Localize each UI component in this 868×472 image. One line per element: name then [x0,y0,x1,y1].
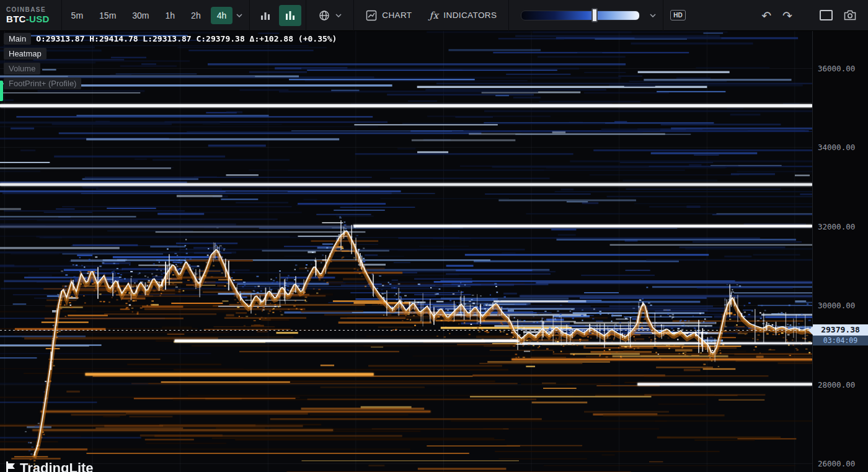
toolbar: COINBASE BTC-USD 5m15m30m1h2h4h CHART ƒx… [0,0,868,31]
toolbar-separator [508,0,509,31]
palette-slider-handle[interactable] [591,8,598,22]
symbol-base: BTC [6,14,26,24]
layer-volume[interactable]: Volume [4,63,40,74]
globe-icon [318,9,330,22]
price-tick: 32000.00 [818,221,855,231]
layer-heatmap[interactable]: Heatmap [4,48,46,60]
heatmap-palette-slider[interactable] [521,11,640,20]
symbol-name: BTC-USD [6,14,50,24]
timeframe-2h[interactable]: 2h [185,7,207,24]
chevron-down-icon [650,14,656,17]
chart-button-label: CHART [382,11,412,20]
chart-button[interactable]: CHART [357,6,420,25]
legend-main-row: Main O:29313.87 H:29414.78 L:29313.87 C:… [4,33,337,45]
last-price-badge: 29379.38 03:04:09 [813,324,868,345]
screenshot-button[interactable] [838,7,862,23]
price-tick: 30000.00 [818,301,855,310]
bar-chart-icon [260,10,271,21]
timeframe-4h[interactable]: 4h [211,7,233,24]
candle-countdown: 03:04:09 [813,336,868,345]
timeframe-group: 5m15m30m1h2h4h [65,7,233,24]
indicators-button-label: INDICATORS [443,11,497,20]
chevron-down-icon [236,14,242,17]
palette-dropdown-button[interactable] [646,10,660,21]
price-scale[interactable]: 36000.0034000.0032000.0030000.0028000.00… [812,31,868,472]
chart-panel-icon [366,10,377,21]
symbol-selector[interactable]: COINBASE BTC-USD [0,4,58,27]
layer-main[interactable]: Main [4,33,31,45]
hd-badge[interactable]: HD [670,10,685,20]
toolbar-separator [353,0,354,31]
camera-icon [844,10,856,20]
undo-button[interactable]: ↶ [756,6,777,25]
toolbar-separator [61,0,62,31]
indicators-button[interactable]: ƒx INDICATORS [421,6,506,25]
toolbar-separator [249,0,250,31]
heatmap-bars-icon [285,10,296,21]
candle-chart-view-button[interactable] [254,5,277,26]
drawing-toolbar-accent[interactable] [0,81,3,101]
price-tick: 26000.00 [818,458,855,468]
timeframe-15m[interactable]: 15m [93,7,122,24]
legend-layers: HeatmapVolumeFootPrint+ (Profile) [4,48,337,89]
last-price-value: 29379.38 [813,324,868,336]
heatmap-view-button[interactable] [279,5,301,26]
price-tick: 36000.00 [818,63,855,73]
exchange-globe-button[interactable] [309,6,350,25]
redo-icon: ↷ [782,9,792,22]
ohlc-readout: O:29313.87 H:29414.78 L:29313.87 C:29379… [36,34,337,43]
chevron-down-icon [335,14,342,17]
watermark-text: TradingLite [20,460,94,472]
layout-window-button[interactable] [814,7,838,23]
legend: Main O:29313.87 H:29414.78 L:29313.87 C:… [4,33,337,92]
window-icon [820,10,833,20]
exchange-name: COINBASE [6,6,50,14]
timeframe-5m[interactable]: 5m [65,7,89,24]
price-tick: 28000.00 [818,380,855,389]
timeframe-30m[interactable]: 30m [126,7,155,24]
timeframe-1h[interactable]: 1h [159,7,182,24]
watermark: TradingLite [5,460,94,472]
tradinglite-logo-icon [5,461,16,472]
toolbar-separator [306,0,306,31]
price-tick: 34000.00 [818,143,855,152]
layer-footprint-profile[interactable]: FootPrint+ (Profile) [4,78,81,89]
symbol-quote: -USD [26,14,50,24]
price-notch-icon [808,326,813,335]
redo-button[interactable]: ↷ [777,6,798,25]
timeframe-dropdown-button[interactable] [232,10,246,21]
undo-icon: ↶ [761,9,771,22]
heatmap-canvas[interactable] [0,31,812,472]
fx-icon: ƒx [430,10,439,21]
toolbar-separator [663,0,663,31]
